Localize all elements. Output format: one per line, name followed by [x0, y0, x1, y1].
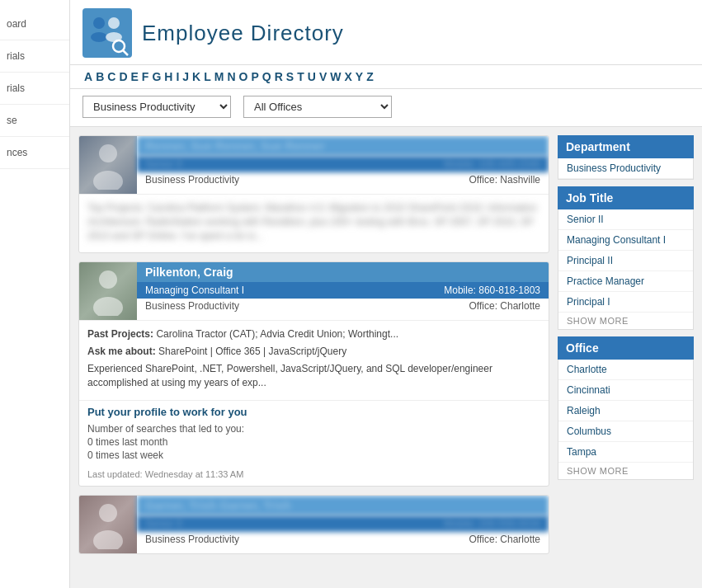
employee-card: Garner, Trish Garner, Trish Senior II Mo…	[78, 495, 549, 554]
title-principal-i[interactable]: Principal I	[558, 292, 693, 313]
employee-mobile: Mobile: 100-445-1540	[444, 158, 540, 170]
employee-body: Past Projects: Carolina Tractor (CAT); A…	[79, 320, 549, 399]
alpha-letter-b[interactable]: B	[96, 70, 104, 83]
job-title-filter-section: Job Title Senior II Managing Consultant …	[558, 186, 694, 330]
office-body: Charlotte Cincinnati Raleigh Columbus Ta…	[558, 360, 694, 480]
employee-dept-row: Business Productivity Office: Charlotte	[137, 532, 549, 547]
page-title: Employee Directory	[142, 21, 344, 46]
alpha-letter-h[interactable]: H	[164, 70, 172, 83]
alpha-letter-s[interactable]: S	[286, 70, 294, 83]
department-filter-section: Department Business Productivity	[558, 135, 694, 180]
alpha-letter-o[interactable]: O	[239, 70, 248, 83]
profile-link-section: Put your profile to work for you	[79, 400, 549, 421]
svg-point-12	[93, 530, 123, 549]
employee-office: Office: Charlotte	[469, 300, 540, 312]
right-panel: Department Business Productivity Job Tit…	[558, 135, 694, 580]
alpha-letter-x[interactable]: X	[344, 70, 351, 83]
employee-name[interactable]: Garner, Trish Garner, Trish	[137, 496, 549, 515]
employee-title-bar: Senior II Mobile: 100-445-1540	[137, 156, 549, 172]
alpha-letter-p[interactable]: P	[251, 70, 258, 83]
employee-name[interactable]: Renner, Sue Renner, Sue Renner	[137, 136, 549, 156]
alphabet-nav: ABCDEFGHIJKLMNOPQRSTUVWXYZ	[70, 65, 702, 89]
employee-photo	[79, 136, 137, 194]
sidebar-item-2[interactable]: rials	[0, 40, 69, 73]
title-managing-consultant[interactable]: Managing Consultant I	[558, 230, 693, 251]
main-content: Employee Directory ABCDEFGHIJKLMNOPQRSTU…	[70, 0, 702, 588]
job-title-body: Senior II Managing Consultant I Principa…	[558, 209, 694, 330]
employee-list: Renner, Sue Renner, Sue Renner Senior II…	[78, 135, 558, 580]
svg-point-10	[93, 297, 123, 316]
sidebar: oard rials rials se nces	[0, 0, 70, 588]
alpha-letter-q[interactable]: Q	[262, 70, 271, 83]
svg-point-9	[99, 270, 117, 289]
svg-point-1	[93, 17, 105, 29]
searches-month: 0 times last month	[87, 436, 540, 448]
alpha-letter-v[interactable]: V	[319, 70, 327, 83]
job-title-header: Job Title	[558, 186, 694, 209]
job-title-show-more[interactable]: SHOW MORE	[558, 313, 693, 329]
employee-title: Senior II	[145, 158, 199, 170]
employee-mobile: Mobile: 860-818-1803	[444, 285, 540, 296]
alpha-letter-r[interactable]: R	[275, 70, 283, 83]
svg-point-3	[108, 17, 120, 29]
alpha-letter-u[interactable]: U	[308, 70, 316, 83]
alpha-letter-g[interactable]: G	[152, 70, 161, 83]
employee-title-bar: Managing Consultant I Mobile: 860-818-18…	[137, 282, 549, 299]
alpha-letter-a[interactable]: A	[84, 70, 92, 83]
employee-bio: Top Projects: Carolina Platform System; …	[87, 201, 540, 242]
profile-link[interactable]: Put your profile to work for you	[87, 406, 247, 418]
employee-dept-row: Business Productivity Office: Nashville	[137, 172, 549, 187]
title-practice-manager[interactable]: Practice Manager	[558, 271, 693, 292]
sidebar-item-1[interactable]: oard	[0, 8, 69, 40]
employee-body: Top Projects: Carolina Platform System; …	[79, 194, 549, 252]
app-header: Employee Directory	[70, 0, 702, 65]
alpha-letter-i[interactable]: I	[176, 70, 179, 83]
dept-item-business-productivity[interactable]: Business Productivity	[558, 158, 693, 179]
employee-office: Office: Nashville	[469, 174, 540, 186]
title-senior-ii[interactable]: Senior II	[558, 209, 693, 230]
office-tampa[interactable]: Tampa	[558, 442, 693, 463]
alpha-letter-y[interactable]: Y	[356, 70, 363, 83]
alpha-letter-w[interactable]: W	[330, 70, 341, 83]
employee-name[interactable]: Pilkenton, Craig	[137, 262, 549, 282]
svg-rect-0	[82, 8, 132, 58]
employee-photo	[79, 262, 137, 320]
employee-department: Business Productivity	[145, 534, 239, 545]
alpha-letter-d[interactable]: D	[119, 70, 127, 83]
employee-department: Business Productivity	[145, 174, 239, 186]
office-filter[interactable]: All Offices Charlotte Cincinnati Raleigh…	[243, 96, 392, 118]
department-filter[interactable]: Business Productivity All Departments	[82, 96, 231, 118]
sidebar-item-4[interactable]: se	[0, 105, 69, 137]
employee-card: Renner, Sue Renner, Sue Renner Senior II…	[78, 135, 549, 253]
alpha-letter-l[interactable]: L	[204, 70, 211, 83]
employee-title: Managing Consultant I	[145, 285, 244, 296]
last-updated: Last updated: Wednesday at 11:33 AM	[79, 468, 549, 486]
employee-bio: Experienced SharePoint, .NET, Powershell…	[87, 362, 540, 390]
employee-office: Office: Charlotte	[469, 534, 540, 545]
office-cincinnati[interactable]: Cincinnati	[558, 380, 693, 401]
employee-mobile: Mobile: 200-556-0034	[444, 518, 540, 529]
department-header: Department	[558, 135, 694, 158]
office-columbus[interactable]: Columbus	[558, 421, 693, 442]
alpha-letter-m[interactable]: M	[214, 70, 224, 83]
alpha-letter-c[interactable]: C	[107, 70, 115, 83]
sidebar-item-3[interactable]: rials	[0, 73, 69, 105]
svg-point-8	[93, 171, 123, 190]
svg-point-2	[91, 32, 107, 42]
sidebar-item-5[interactable]: nces	[0, 137, 69, 169]
past-projects: Past Projects: Carolina Tractor (CAT); A…	[87, 327, 540, 341]
employee-title: Senior II	[145, 518, 196, 529]
office-charlotte[interactable]: Charlotte	[558, 360, 693, 380]
alpha-letter-f[interactable]: F	[142, 70, 149, 83]
alpha-letter-e[interactable]: E	[131, 70, 139, 83]
employee-department: Business Productivity	[145, 300, 239, 312]
office-raleigh[interactable]: Raleigh	[558, 401, 693, 421]
alpha-letter-t[interactable]: T	[297, 70, 304, 83]
office-show-more[interactable]: SHOW MORE	[558, 463, 693, 479]
alpha-letter-z[interactable]: Z	[366, 70, 374, 83]
title-principal-ii[interactable]: Principal II	[558, 251, 693, 271]
alpha-letter-n[interactable]: N	[227, 70, 235, 83]
alpha-letter-j[interactable]: J	[182, 70, 189, 83]
alpha-letter-k[interactable]: K	[192, 70, 200, 83]
search-stats: Number of searches that led to you: 0 ti…	[79, 421, 549, 468]
